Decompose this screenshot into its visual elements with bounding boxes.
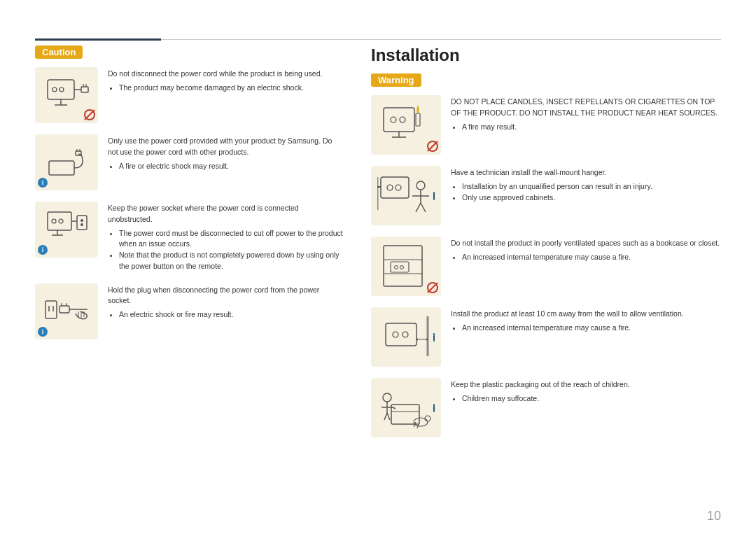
dot-blue-r4: i	[433, 333, 435, 342]
item2-main-text: Only use the power cord provided with yo…	[108, 136, 343, 158]
svg-rect-22	[46, 301, 57, 318]
text-hold-plug: Hold the plug when disconnecting the pow…	[108, 283, 343, 321]
text-wallmount: Have a technician install the wall-mount…	[451, 166, 721, 203]
text-power-cord: Do not disconnect the power cord while t…	[108, 67, 343, 94]
right-item-packaging: i Keep the plastic packaging out of the …	[371, 378, 721, 437]
svg-point-21	[80, 223, 83, 226]
illus-monitor-wall: i	[371, 307, 441, 367]
ritem4-main: Install the product at least 10 cm away …	[451, 309, 721, 320]
svg-rect-9	[49, 161, 74, 175]
item2-bullet1: A fire or electric shock may result.	[119, 161, 343, 172]
no-symbol-r3	[427, 282, 438, 293]
item3-bullet2: Note that the product is not completely …	[119, 250, 343, 272]
svg-point-2	[59, 87, 64, 92]
svg-point-52	[395, 265, 398, 269]
item-power-cord: Do not disconnect the power cord while t…	[35, 67, 343, 123]
item3-main-text: Keep the power socket where the power co…	[108, 203, 343, 225]
item4-bullet1: An electric shock or fire may result.	[119, 309, 343, 321]
right-item-ventilation: Do not install the product in poorly ven…	[371, 237, 721, 296]
svg-point-20	[80, 219, 83, 222]
right-item-candles: DO NOT PLACE CANDLES, INSECT REPELLANTS …	[371, 95, 721, 155]
page-number: 10	[707, 509, 721, 524]
warning-badge: Warning	[371, 73, 421, 87]
svg-point-53	[400, 265, 404, 269]
no-symbol-1	[84, 109, 95, 120]
svg-point-56	[393, 332, 398, 337]
text-ventilation: Do not install the product in poorly ven…	[451, 237, 721, 263]
caution-badge: Caution	[35, 45, 83, 59]
svg-rect-55	[386, 323, 416, 346]
ritem5-main: Keep the plastic packaging out of the re…	[451, 379, 721, 391]
dot-blue-2: i	[38, 178, 48, 188]
illus-plug-hand: i	[35, 283, 98, 339]
ritem4-bullet1: An increased internal temperature may ca…	[462, 323, 721, 334]
right-item-walldist: i Install the product at least 10 cm awa…	[371, 307, 721, 367]
ritem5-bullet1: Children may suffocate.	[462, 393, 721, 405]
svg-point-15	[59, 219, 63, 223]
dot-blue-r2: i	[433, 192, 435, 200]
rule-light	[161, 39, 721, 40]
svg-rect-13	[48, 212, 71, 230]
item1-bullet1: The product may become damaged by an ele…	[119, 83, 343, 94]
svg-rect-38	[381, 177, 409, 198]
rule-dark	[35, 38, 161, 41]
svg-line-68	[393, 407, 396, 409]
columns: Caution	[35, 45, 721, 506]
svg-point-33	[391, 117, 396, 122]
dot-blue-3: i	[38, 245, 48, 255]
svg-point-14	[52, 219, 56, 223]
svg-point-63	[383, 393, 391, 402]
svg-rect-4	[81, 87, 88, 92]
item-hold-plug: i Hold the plug when disconnecting the p…	[35, 283, 343, 339]
text-socket: Keep the power socket where the power co…	[108, 202, 343, 272]
top-rules	[0, 38, 756, 41]
svg-rect-51	[391, 262, 409, 272]
svg-line-47	[421, 203, 426, 212]
svg-point-39	[387, 185, 393, 190]
right-item-wallmount: i Have a technician install the wall-mou…	[371, 166, 721, 225]
illus-monitor-technician: i	[371, 166, 441, 225]
text-samsung-cord: Only use the power cord provided with yo…	[108, 134, 343, 171]
svg-rect-25	[59, 306, 69, 313]
svg-line-67	[387, 413, 390, 420]
illus-box-child: i	[371, 378, 441, 437]
text-candles: DO NOT PLACE CANDLES, INSECT REPELLANTS …	[451, 95, 721, 132]
svg-line-46	[416, 203, 421, 212]
ritem3-bullet1: An increased internal temperature may ca…	[462, 252, 721, 263]
installation-title: Installation	[371, 45, 721, 65]
svg-point-40	[396, 185, 401, 190]
illus-monitor-plug	[35, 67, 98, 123]
illus-monitor-closet	[371, 237, 441, 296]
ritem1-main: DO NOT PLACE CANDLES, INSECT REPELLANTS …	[451, 97, 721, 119]
col-right: Installation Warning	[357, 45, 721, 506]
svg-rect-19	[77, 216, 87, 230]
svg-point-43	[416, 181, 425, 190]
item1-main-text: Do not disconnect the power cord while t…	[108, 69, 343, 80]
svg-rect-37	[416, 113, 420, 126]
ritem1-bullet1: A fire may result.	[462, 122, 721, 133]
ritem3-main: Do not install the product in poorly ven…	[451, 238, 721, 249]
illus-monitor-flame	[371, 95, 441, 155]
svg-point-34	[400, 117, 405, 122]
svg-rect-32	[384, 108, 414, 132]
item-socket: i Keep the power socket where the power …	[35, 202, 343, 272]
svg-point-1	[52, 87, 57, 92]
item3-bullet1: The power cord must be disconnected to c…	[119, 228, 343, 251]
svg-line-66	[384, 413, 387, 420]
dot-blue-4: i	[38, 327, 48, 337]
ritem2-bullet1: Installation by an unqualified person ca…	[462, 181, 721, 192]
ritem2-bullet2: Only use approved cabinets.	[462, 192, 721, 204]
ritem2-main: Have a technician install the wall-mount…	[451, 167, 721, 178]
page-container: Caution	[0, 0, 756, 534]
text-packaging: Keep the plastic packaging out of the re…	[451, 378, 721, 405]
col-left: Caution	[35, 45, 357, 506]
svg-rect-61	[391, 405, 419, 424]
text-walldist: Install the product at least 10 cm away …	[451, 307, 721, 334]
svg-point-57	[402, 332, 408, 337]
no-symbol-r1	[427, 141, 438, 152]
svg-rect-0	[48, 80, 74, 99]
dot-blue-r5: i	[433, 404, 435, 412]
illus-monitor-socket: i	[35, 202, 98, 258]
item4-main-text: Hold the plug when disconnecting the pow…	[108, 285, 343, 307]
illus-box-cord: i	[35, 134, 98, 190]
